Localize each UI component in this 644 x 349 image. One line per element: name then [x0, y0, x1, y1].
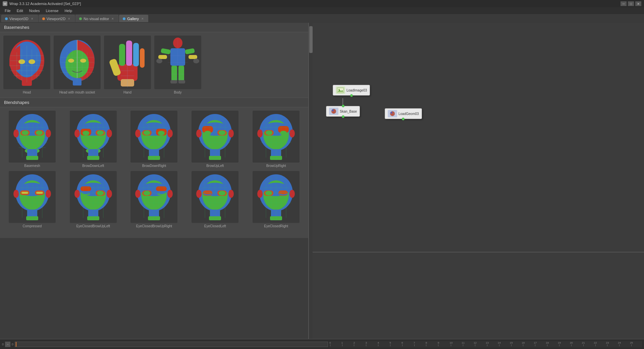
timeline-minus-btn[interactable]: − — [5, 342, 10, 347]
app-icon: W — [3, 1, 7, 6]
svg-point-68 — [36, 130, 43, 135]
blendshape-eyeclosedleft-label: EyeClosedLeft — [204, 224, 226, 228]
timeline-ruler[interactable]: 0123456789101112131415161718192021222324… — [329, 341, 642, 347]
blendshapes-section: Blendshapes — [0, 98, 308, 339]
svg-point-132 — [196, 129, 202, 137]
node-editor-top[interactable]: LoadImage03 Skan_Base — [313, 23, 644, 252]
restore-button[interactable]: □ — [628, 1, 634, 6]
timeline-tick-4: 4 — [377, 341, 379, 346]
blendshape-eyeclosedright-label: EyeClosedRight — [264, 224, 288, 228]
svg-point-198 — [74, 190, 80, 198]
timeline-tick-17: 17 — [534, 341, 537, 346]
menu-nodes[interactable]: Nodes — [26, 8, 43, 13]
head-mouth-preview — [54, 36, 101, 89]
tab-viewport3d[interactable]: Viewport3D ✕ — [1, 15, 38, 22]
head-label: Head — [23, 91, 31, 94]
tab-viewport2d[interactable]: Viewport2D ✕ — [39, 15, 75, 22]
svg-point-176 — [13, 190, 19, 198]
node-loadgeom-connector-bottom[interactable] — [402, 118, 405, 120]
titlebar-controls[interactable]: ─ □ ✕ — [621, 1, 641, 6]
blendshape-browupleft[interactable]: BrowUpLeft — [186, 111, 244, 168]
menu-license[interactable]: License — [43, 8, 61, 13]
node-loadgeom[interactable]: LoadGeom03 — [385, 108, 422, 119]
close-button[interactable]: ✕ — [635, 1, 641, 6]
tab-dot-gallery — [123, 17, 125, 20]
svg-point-133 — [228, 129, 234, 137]
blendshape-compressed-label: Compressed — [23, 224, 42, 228]
tab-label-gallery: Gallery — [127, 17, 139, 21]
timeline-tick-2: 2 — [354, 341, 355, 346]
blendshape-browupleft-label: BrowUpLeft — [206, 164, 224, 168]
minimize-button[interactable]: ─ — [621, 1, 627, 6]
blendshape-eyeclosedleft[interactable]: EyeClosedLeft — [186, 171, 244, 228]
blendshape-basemesh[interactable]: Basemesh — [3, 111, 61, 168]
tab-close-gallery[interactable]: ✕ — [141, 17, 145, 21]
blendshape-eyeclosedbrowupleft-preview — [70, 171, 117, 223]
svg-rect-53 — [178, 80, 185, 83]
menu-help[interactable]: Help — [62, 8, 75, 13]
timeline-tick-5: 5 — [389, 341, 391, 346]
timeline-track[interactable] — [15, 342, 328, 347]
svg-point-244 — [219, 191, 225, 195]
tab-gallery[interactable]: Gallery ✕ — [119, 15, 148, 22]
scrollbar-thumb[interactable] — [309, 26, 313, 53]
timeline-tick-10: 10 — [449, 341, 452, 346]
tab-close-novisual[interactable]: ✕ — [111, 17, 115, 21]
gallery-scrollbar[interactable] — [309, 23, 313, 339]
blendshape-browupright-preview — [253, 111, 300, 163]
timeline-tick-11: 11 — [462, 341, 465, 346]
gallery-item-body[interactable]: Body — [154, 36, 201, 94]
blendshapes-header: Blendshapes — [0, 98, 308, 107]
svg-point-262 — [289, 190, 295, 198]
timeline-tick-1: 1 — [341, 341, 343, 346]
tab-novisual[interactable]: No visual editor ✕ — [75, 15, 118, 22]
svg-point-137 — [219, 130, 225, 135]
svg-point-220 — [167, 190, 173, 198]
gallery-item-head[interactable]: Head — [3, 36, 50, 94]
node-editor-bottom[interactable] — [313, 252, 644, 339]
timeline-tick-15: 15 — [510, 341, 513, 346]
node-skan-base-connector-bottom[interactable] — [342, 115, 344, 118]
timeline-tick-8: 8 — [426, 341, 427, 346]
basemeshes-header: Basemeshes — [0, 23, 308, 32]
head-mouth-label: Head with mouth socket — [59, 91, 95, 94]
menu-edit[interactable]: Edit — [14, 8, 26, 13]
node-loadimage[interactable]: LoadImage03 — [333, 85, 370, 96]
svg-point-20 — [80, 59, 86, 63]
blendshape-compressed[interactable]: Compressed — [3, 171, 61, 228]
tab-dot-viewport2d — [42, 17, 45, 20]
body-label: Body — [174, 91, 182, 94]
blendshape-browdownright[interactable]: BrowDownRight — [125, 111, 183, 168]
tab-close-viewport2d[interactable]: ✕ — [67, 17, 71, 21]
blendshape-eyeclosedbrowupleft-label: EyeClosedBrowUpLeft — [76, 224, 110, 228]
blendshape-eyeclosedbrowupright[interactable]: EyeClosedBrowUpRight — [125, 171, 183, 228]
timeline-tick-12: 12 — [474, 341, 477, 346]
timeline-tick-19: 19 — [558, 341, 561, 346]
node-skan-base-connector-top[interactable] — [342, 105, 344, 107]
timeline-start: 0 — [2, 343, 4, 346]
node-skan-base-icon — [329, 108, 338, 115]
gallery-item-head-mouth[interactable]: Head with mouth socket — [54, 36, 101, 94]
blendshapes-grid: Basemesh — [0, 107, 308, 231]
blendshape-browdownleft[interactable]: BrowDownLeft — [64, 111, 122, 168]
node-loadimage-connector-bottom[interactable] — [350, 94, 353, 97]
blendshape-eyeclosedleft-preview — [192, 171, 238, 223]
blendshape-browupright[interactable]: BrowUpRight — [247, 111, 305, 168]
node-skan-base[interactable]: Skan_Base — [326, 106, 360, 117]
menu-file[interactable]: File — [2, 8, 13, 13]
hand-preview — [104, 36, 151, 89]
svg-point-87 — [74, 129, 80, 137]
svg-rect-223 — [156, 186, 167, 191]
timeline-tick-21: 21 — [582, 341, 585, 346]
timeline-tick-14: 14 — [498, 341, 501, 346]
svg-rect-52 — [170, 80, 177, 83]
blendshape-eyeclosedright[interactable]: EyeClosedRight — [247, 171, 305, 228]
gallery-item-hand[interactable]: Hand — [104, 36, 151, 94]
tab-label-viewport2d: Viewport2D — [47, 17, 66, 21]
tab-label-novisual: No visual editor — [84, 17, 109, 21]
blendshape-eyeclosedbrowupleft[interactable]: EyeClosedBrowUpLeft — [64, 171, 122, 228]
timeline-tick-25: 25 — [630, 341, 633, 346]
hand-label: Hand — [123, 91, 131, 94]
svg-rect-35 — [133, 43, 139, 66]
tab-close-viewport3d[interactable]: ✕ — [30, 17, 34, 21]
